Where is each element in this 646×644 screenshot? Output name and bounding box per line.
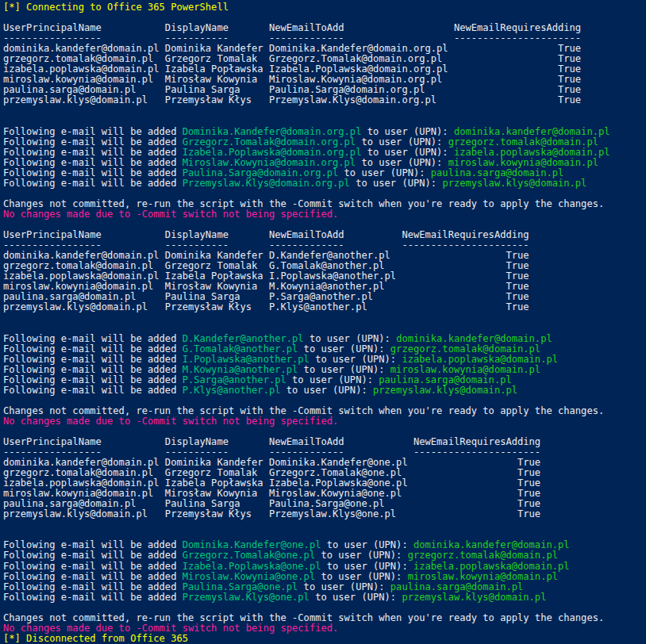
- new-email-address: Dominika.Kandefer@one.pl: [183, 539, 321, 550]
- upn-email-address: paulina.sarga@domain.pl: [379, 374, 511, 385]
- status-text: [*] Disconnected from Office 365: [3, 633, 188, 644]
- new-email-address: G.Tomalak@another.pl: [183, 343, 298, 355]
- new-email-address: Przemyslaw.Klys@one.pl: [183, 592, 310, 603]
- table-row: przemyslaw.klys@domain.pl Przemysław Kły…: [3, 95, 646, 105]
- table-header-text: UserPrincipalName DisplayName NewEmailTo…: [3, 436, 540, 447]
- following-prefix-text: Following e-mail will be added: [3, 550, 183, 561]
- console-text: [3, 395, 9, 406]
- table-row-text: miroslaw.kowynia@domain.pl Mirosław Kowy…: [3, 281, 529, 292]
- blank-line: [3, 519, 646, 530]
- following-infix-text: to user (UPN):: [304, 333, 397, 344]
- following-infix-text: to user (UPN):: [310, 354, 402, 365]
- following-email-line: Following e-mail will be added Przemysla…: [3, 592, 646, 603]
- table-header-text: UserPrincipalName DisplayName NewEmailTo…: [3, 22, 581, 33]
- following-infix-text: to user (UPN):: [315, 550, 408, 561]
- table-row-text: izabela.poplawska@domain.pl Izabela Popł…: [3, 63, 581, 75]
- upn-email-address: dominika.kandefer@domain.pl: [413, 539, 570, 550]
- following-infix-text: to user (UPN):: [298, 343, 390, 355]
- table-row-text: grzegorz.tomalak@domain.pl Grzegorz Toma…: [3, 53, 581, 64]
- following-prefix-text: Following e-mail will be added: [3, 157, 183, 168]
- upn-email-address: izabela.poplawska@domain.pl: [454, 147, 610, 158]
- changes-not-committed-text: Changes not committed, re-run the script…: [3, 405, 604, 416]
- following-infix-text: to user (UPN):: [361, 126, 454, 137]
- table-row-text: miroslaw.kowynia@domain.pl Mirosław Kowy…: [3, 74, 581, 85]
- following-prefix-text: Following e-mail will be added: [3, 385, 183, 396]
- status-line-connecting: [*] Connecting to Office 365 PowerShell: [3, 2, 646, 13]
- following-prefix-text: Following e-mail will be added: [3, 136, 183, 148]
- console-text: [3, 219, 9, 230]
- following-prefix-text: Following e-mail will be added: [3, 126, 183, 137]
- console-text: [3, 519, 9, 530]
- changes-not-committed-text: Changes not committed, re-run the script…: [3, 198, 604, 209]
- no-changes-made-text: No changes made due to -Commit switch no…: [3, 416, 338, 427]
- console-text: [3, 116, 9, 127]
- no-changes-made-message: No changes made due to -Commit switch no…: [3, 209, 646, 220]
- table-row-text: izabela.poplawska@domain.pl Izabela Popł…: [3, 270, 529, 282]
- following-prefix-text: Following e-mail will be added: [3, 581, 183, 592]
- table-row: przemyslaw.klys@domain.pl Przemysław Kły…: [3, 302, 646, 312]
- console-text: [3, 105, 9, 116]
- following-prefix-text: Following e-mail will be added: [3, 147, 183, 158]
- upn-email-address: izabela.poplawska@domain.pl: [402, 354, 558, 365]
- table-underline-text: ----------------- ----------- ----------…: [3, 240, 529, 251]
- new-email-address: Paulina.Sarga@domain.org.pl: [183, 167, 339, 178]
- following-prefix-text: Following e-mail will be added: [3, 561, 183, 572]
- table-row-text: przemyslaw.klys@domain.pl Przemysław Kły…: [3, 508, 540, 519]
- new-email-address: Miroslaw.Kowynia@one.pl: [183, 571, 315, 582]
- following-infix-text: to user (UPN):: [321, 561, 413, 572]
- powershell-console-window[interactable]: [*] Connecting to Office 365 PowerShell …: [0, 0, 646, 644]
- upn-email-address: paulina.sarga@domain.pl: [390, 581, 523, 592]
- following-prefix-text: Following e-mail will be added: [3, 592, 183, 603]
- no-changes-made-message: No changes made due to -Commit switch no…: [3, 416, 646, 427]
- status-text: [*] Connecting to Office 365 PowerShell: [3, 2, 229, 13]
- upn-email-address: miroslaw.kowynia@domain.pl: [408, 571, 558, 582]
- console-text: [3, 312, 9, 323]
- upn-email-address: grzegorz.tomalak@domain.pl: [390, 343, 540, 355]
- new-email-address: M.Kowynia@another.pl: [183, 364, 298, 375]
- table-row-text: przemyslaw.klys@domain.pl Przemysław Kły…: [3, 94, 581, 105]
- new-email-address: Izabela.Poplawska@domain.org.pl: [183, 147, 362, 158]
- following-prefix-text: Following e-mail will be added: [3, 333, 183, 344]
- table-row-text: dominika.kandefer@domain.pl Dominika Kan…: [3, 457, 540, 468]
- table-row-text: paulina.sarga@domain.pl Paulina Sarga P.…: [3, 291, 529, 302]
- console-text: [3, 602, 9, 613]
- upn-email-address: paulina.sarga@domain.pl: [431, 167, 563, 178]
- table-row-text: dominika.kandefer@domain.pl Dominika Kan…: [3, 43, 581, 54]
- following-email-line: Following e-mail will be added P.Klys@an…: [3, 385, 646, 396]
- following-email-line: Following e-mail will be added Przemysla…: [3, 178, 646, 189]
- upn-email-address: miroslaw.kowynia@domain.pl: [448, 157, 598, 168]
- table-row-text: paulina.sarga@domain.pl Paulina Sarga Pa…: [3, 498, 540, 509]
- table-row-text: grzegorz.tomalak@domain.pl Grzegorz Toma…: [3, 260, 529, 271]
- table-underline-text: ----------------- ----------- ----------…: [3, 447, 540, 458]
- following-infix-text: to user (UPN):: [310, 592, 402, 603]
- upn-email-address: grzegorz.tomalak@domain.pl: [408, 550, 558, 561]
- following-prefix-text: Following e-mail will be added: [3, 374, 183, 385]
- following-prefix-text: Following e-mail will be added: [3, 364, 183, 375]
- table-underline-text: ----------------- ----------- ----------…: [3, 33, 581, 44]
- following-infix-text: to user (UPN):: [361, 147, 454, 158]
- following-infix-text: to user (UPN):: [298, 364, 390, 375]
- upn-email-address: miroslaw.kowynia@domain.pl: [390, 364, 540, 375]
- table-row: przemyslaw.klys@domain.pl Przemysław Kły…: [3, 509, 646, 519]
- following-infix-text: to user (UPN):: [286, 374, 379, 385]
- console-text: [3, 322, 9, 333]
- new-email-address: Grzegorz.Tomalak@one.pl: [183, 550, 315, 561]
- new-email-address: Paulina.Sarga@one.pl: [183, 581, 298, 592]
- console-text: [3, 426, 9, 437]
- following-infix-text: to user (UPN):: [281, 385, 374, 396]
- blank-line: [3, 105, 646, 116]
- new-email-address: Izabela.Poplawska@one.pl: [183, 561, 321, 572]
- following-prefix-text: Following e-mail will be added: [3, 167, 183, 178]
- table-header-text: UserPrincipalName DisplayName NewEmailTo…: [3, 229, 529, 240]
- new-email-address: Grzegorz.Tomalak@domain.org.pl: [183, 136, 356, 148]
- following-infix-text: to user (UPN):: [298, 581, 390, 592]
- upn-email-address: dominika.kandefer@domain.pl: [454, 126, 610, 137]
- following-infix-text: to user (UPN):: [356, 157, 448, 168]
- new-email-address: P.Klys@another.pl: [183, 385, 281, 396]
- table-row-text: dominika.kandefer@domain.pl Dominika Kan…: [3, 250, 529, 261]
- following-infix-text: to user (UPN):: [350, 178, 443, 189]
- upn-email-address: przemyslaw.klys@domain.pl: [373, 385, 517, 396]
- following-infix-text: to user (UPN):: [315, 571, 408, 582]
- table-row-text: przemyslaw.klys@domain.pl Przemysław Kły…: [3, 301, 529, 312]
- status-line-disconnected: [*] Disconnected from Office 365: [3, 634, 646, 644]
